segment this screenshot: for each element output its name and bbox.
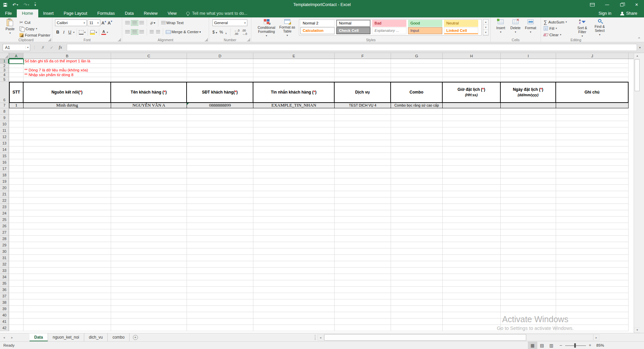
- cell-H36[interactable]: [443, 287, 501, 293]
- sort-filter-button[interactable]: AZ Sort & Filter▾: [574, 19, 591, 38]
- cell-E19[interactable]: [253, 178, 335, 185]
- cell-B21[interactable]: [23, 191, 111, 197]
- cell-A22[interactable]: [9, 197, 23, 204]
- cell-G15[interactable]: [391, 153, 443, 159]
- underline-button[interactable]: U: [67, 30, 72, 35]
- cell-A27[interactable]: [9, 229, 23, 236]
- tab-home[interactable]: Home: [17, 9, 38, 17]
- row-header-1[interactable]: 1: [0, 59, 9, 64]
- cell-E17[interactable]: [253, 166, 335, 172]
- cell-J9[interactable]: [556, 115, 629, 121]
- cell-F36[interactable]: [335, 287, 391, 293]
- cell-A23[interactable]: [9, 204, 23, 210]
- cell-B35[interactable]: [23, 280, 111, 287]
- cell-G32[interactable]: [391, 261, 443, 268]
- cell-A2[interactable]: [9, 64, 23, 68]
- cell-F9[interactable]: [335, 115, 391, 121]
- cell-F16[interactable]: [335, 159, 391, 166]
- cell-G8[interactable]: [391, 108, 443, 115]
- column-header-C[interactable]: C: [111, 53, 187, 59]
- cell-F6[interactable]: Dịch vụ: [335, 82, 391, 103]
- cell-D22[interactable]: [187, 197, 253, 204]
- cell-F26[interactable]: [335, 223, 391, 229]
- cell-F24[interactable]: [335, 210, 391, 217]
- cell-B1[interactable]: Số bản ghi tối đa có thể import 1 lần là: [23, 59, 111, 64]
- cell-C13[interactable]: [111, 140, 187, 147]
- cell-G25[interactable]: [391, 217, 443, 223]
- cell-C18[interactable]: [111, 172, 187, 178]
- cell-F23[interactable]: [335, 204, 391, 210]
- cell-D42[interactable]: [187, 325, 253, 331]
- gallery-more-icon[interactable]: ▼: [483, 30, 488, 35]
- cell-G39[interactable]: [391, 306, 443, 312]
- cell-C39[interactable]: [111, 306, 187, 312]
- tell-me-box[interactable]: Tell me what you want to do...: [186, 9, 247, 17]
- page-break-view-icon[interactable]: ▥: [547, 342, 556, 349]
- cell-E10[interactable]: [253, 121, 335, 127]
- cell-J6[interactable]: Ghi chú: [556, 82, 629, 103]
- cell-F7[interactable]: TEST DỊCH VỤ 4: [335, 103, 391, 108]
- cell-F19[interactable]: [335, 178, 391, 185]
- cell-C11[interactable]: [111, 127, 187, 134]
- cell-I28[interactable]: [501, 236, 556, 242]
- cell-I3[interactable]: [501, 68, 556, 73]
- row-header-12[interactable]: 12: [0, 134, 9, 140]
- column-header-D[interactable]: D: [187, 53, 253, 59]
- cell-C32[interactable]: [111, 261, 187, 268]
- cell-D17[interactable]: [187, 166, 253, 172]
- cell-A36[interactable]: [9, 287, 23, 293]
- column-header-E[interactable]: E: [253, 53, 335, 59]
- row-header-10[interactable]: 10: [0, 121, 9, 127]
- cell-J5[interactable]: [556, 77, 629, 82]
- cell-C33[interactable]: [111, 268, 187, 274]
- format-as-table-button[interactable]: Format as Table▾: [278, 19, 296, 38]
- cell-D21[interactable]: [187, 191, 253, 197]
- cell-H23[interactable]: [443, 204, 501, 210]
- column-header-G[interactable]: G: [391, 53, 443, 59]
- zoom-level[interactable]: 85%: [596, 342, 604, 349]
- cell-E42[interactable]: [253, 325, 335, 331]
- cell-C25[interactable]: [111, 217, 187, 223]
- cell-F5[interactable]: [335, 77, 391, 82]
- cell-F33[interactable]: [335, 268, 391, 274]
- cell-H29[interactable]: [443, 242, 501, 248]
- ribbon-display-options-button[interactable]: [585, 0, 600, 9]
- cell-I35[interactable]: [501, 280, 556, 287]
- cell-B30[interactable]: [23, 248, 111, 255]
- cell-D1[interactable]: [187, 59, 253, 64]
- cell-J25[interactable]: [556, 217, 629, 223]
- cell-B3[interactable]: ** Dòng 7 là dữ liệu mẫu (không xóa): [23, 68, 111, 73]
- cell-H42[interactable]: [443, 325, 501, 331]
- zoom-slider-thumb[interactable]: [574, 343, 576, 348]
- cell-J34[interactable]: [556, 274, 629, 280]
- cell-D34[interactable]: [187, 274, 253, 280]
- cell-H41[interactable]: [443, 318, 501, 325]
- cell-H27[interactable]: [443, 229, 501, 236]
- clear-button[interactable]: Clear▾: [544, 32, 567, 38]
- cell-H5[interactable]: [443, 77, 501, 82]
- cell-J16[interactable]: [556, 159, 629, 166]
- cell-F31[interactable]: [335, 255, 391, 261]
- cell-F27[interactable]: [335, 229, 391, 236]
- style-input[interactable]: Input: [408, 27, 442, 34]
- cell-F38[interactable]: [335, 299, 391, 306]
- cell-B10[interactable]: [23, 121, 111, 127]
- cell-H35[interactable]: [443, 280, 501, 287]
- column-header-I[interactable]: I: [501, 53, 556, 59]
- cell-J28[interactable]: [556, 236, 629, 242]
- cell-G23[interactable]: [391, 204, 443, 210]
- cell-B26[interactable]: [23, 223, 111, 229]
- scroll-up-icon[interactable]: ▲: [634, 53, 641, 59]
- cell-G6[interactable]: Combo: [391, 82, 443, 103]
- cell-E31[interactable]: [253, 255, 335, 261]
- cell-G24[interactable]: [391, 210, 443, 217]
- tab-splitter[interactable]: [315, 335, 316, 340]
- cell-J22[interactable]: [556, 197, 629, 204]
- collapse-ribbon-icon[interactable]: ^: [638, 37, 640, 41]
- cell-I20[interactable]: [501, 185, 556, 191]
- cell-C40[interactable]: [111, 312, 187, 318]
- cell-B24[interactable]: [23, 210, 111, 217]
- name-box[interactable]: A1▾: [3, 44, 30, 51]
- merge-center-button[interactable]: Merge & Center▾: [165, 29, 202, 35]
- row-header-21[interactable]: 21: [0, 191, 9, 197]
